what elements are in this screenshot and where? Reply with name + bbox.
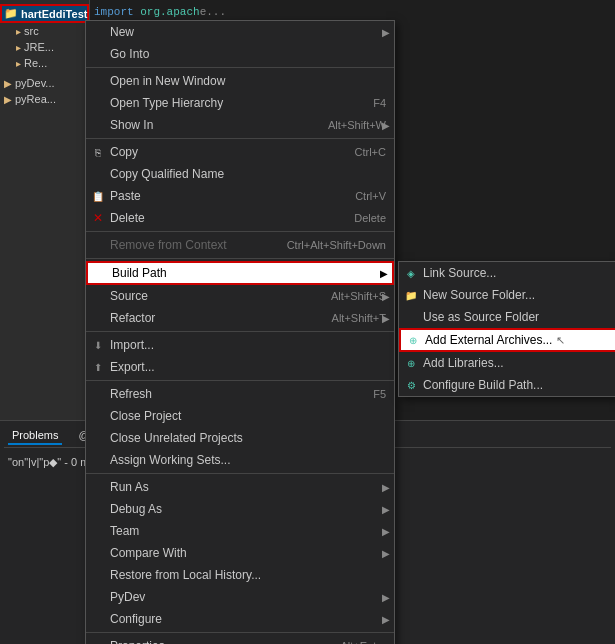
refresh-label: Refresh — [110, 387, 152, 401]
menu-item-remove-from-context[interactable]: Remove from Context Ctrl+Alt+Shift+Down — [86, 234, 394, 256]
tab-problems[interactable]: Problems — [8, 427, 62, 445]
debug-as-label: Debug As — [110, 502, 162, 516]
menu-item-assign-working-sets[interactable]: Assign Working Sets... — [86, 449, 394, 471]
link-source-label: Link Source... — [423, 266, 496, 280]
menu-item-pydev[interactable]: PyDev ▶ — [86, 586, 394, 608]
submenu-item-configure-build-path[interactable]: ⚙ Configure Build Path... — [399, 374, 615, 396]
team-label: Team — [110, 524, 139, 538]
open-type-hierarchy-label: Open Type Hierarchy — [110, 96, 223, 110]
show-in-label: Show In — [110, 118, 153, 132]
menu-item-copy[interactable]: ⎘ Copy Ctrl+C — [86, 141, 394, 163]
import-icon: ⬇ — [90, 337, 106, 353]
submenu-item-use-as-source-folder[interactable]: Use as Source Folder — [399, 306, 615, 328]
menu-item-close-project[interactable]: Close Project — [86, 405, 394, 427]
copy-icon: ⎘ — [90, 144, 106, 160]
project-explorer: 📁 hartEddiTest ▸ src ▸ JRE... ▸ Re... ▶ … — [0, 0, 90, 420]
menu-item-show-in[interactable]: Show In Alt+Shift+W ▶ — [86, 114, 394, 136]
separator-5 — [86, 331, 394, 332]
add-libraries-label: Add Libraries... — [423, 356, 504, 370]
separator-3 — [86, 231, 394, 232]
tree-item-re[interactable]: ▸ Re... — [0, 55, 89, 71]
import-label: Import... — [110, 338, 154, 352]
paste-shortcut: Ctrl+V — [339, 190, 386, 202]
jre-label: JRE... — [24, 41, 54, 53]
delete-label: Delete — [110, 211, 145, 225]
remove-from-context-shortcut: Ctrl+Alt+Shift+Down — [271, 239, 386, 251]
menu-item-copy-qualified[interactable]: Copy Qualified Name — [86, 163, 394, 185]
configure-build-path-icon: ⚙ — [403, 377, 419, 393]
copy-label: Copy — [110, 145, 138, 159]
code-line-1: import org.apache... — [94, 4, 611, 20]
submenu-item-link-source[interactable]: ◈ Link Source... — [399, 262, 615, 284]
separator-4 — [86, 258, 394, 259]
build-path-label: Build Path — [112, 266, 167, 280]
tree-item-pydev[interactable]: ▶ pyDev... — [0, 75, 89, 91]
open-new-window-label: Open in New Window — [110, 74, 225, 88]
separator-7 — [86, 473, 394, 474]
debug-as-arrow-icon: ▶ — [382, 504, 390, 515]
refactor-shortcut: Alt+Shift+T — [316, 312, 386, 324]
tree-item-pyrea[interactable]: ▶ pyRea... — [0, 91, 89, 107]
compare-with-label: Compare With — [110, 546, 187, 560]
configure-label: Configure — [110, 612, 162, 626]
menu-item-configure[interactable]: Configure ▶ — [86, 608, 394, 630]
refactor-label: Refactor — [110, 311, 155, 325]
menu-item-run-as[interactable]: Run As ▶ — [86, 476, 394, 498]
menu-item-refactor[interactable]: Refactor Alt+Shift+T ▶ — [86, 307, 394, 329]
build-path-submenu: ◈ Link Source... 📁 New Source Folder... … — [398, 261, 615, 397]
properties-shortcut: Alt+Enter — [324, 640, 386, 644]
menu-item-debug-as[interactable]: Debug As ▶ — [86, 498, 394, 520]
paste-label: Paste — [110, 189, 141, 203]
copy-shortcut: Ctrl+C — [339, 146, 386, 158]
menu-item-compare-with[interactable]: Compare With ▶ — [86, 542, 394, 564]
close-project-label: Close Project — [110, 409, 181, 423]
menu-item-go-into[interactable]: Go Into — [86, 43, 394, 65]
separator-2 — [86, 138, 394, 139]
export-label: Export... — [110, 360, 155, 374]
src-label: src — [24, 25, 39, 37]
new-label: New — [110, 25, 134, 39]
menu-item-import[interactable]: ⬇ Import... — [86, 334, 394, 356]
restore-from-history-label: Restore from Local History... — [110, 568, 261, 582]
tree-item-jre[interactable]: ▸ JRE... — [0, 39, 89, 55]
menu-item-build-path[interactable]: Build Path ▶ ◈ Link Source... 📁 New Sour… — [86, 261, 394, 285]
tree-item-src[interactable]: ▸ src — [0, 23, 89, 39]
remove-from-context-label: Remove from Context — [110, 238, 227, 252]
menu-item-open-type-hierarchy[interactable]: Open Type Hierarchy F4 — [86, 92, 394, 114]
menu-item-delete[interactable]: ✕ Delete Delete — [86, 207, 394, 229]
run-as-label: Run As — [110, 480, 149, 494]
pydev-icon: ▶ — [4, 78, 12, 89]
export-icon: ⬆ — [90, 359, 106, 375]
delete-shortcut: Delete — [338, 212, 386, 224]
separator-8 — [86, 632, 394, 633]
menu-item-close-unrelated[interactable]: Close Unrelated Projects — [86, 427, 394, 449]
add-libraries-icon: ⊕ — [403, 355, 419, 371]
re-label: Re... — [24, 57, 47, 69]
submenu-item-new-source-folder[interactable]: 📁 New Source Folder... — [399, 284, 615, 306]
source-arrow-icon: ▶ — [382, 291, 390, 302]
submenu-item-add-libraries[interactable]: ⊕ Add Libraries... — [399, 352, 615, 374]
close-unrelated-label: Close Unrelated Projects — [110, 431, 243, 445]
assign-working-sets-label: Assign Working Sets... — [110, 453, 231, 467]
configure-build-path-label: Configure Build Path... — [423, 378, 543, 392]
menu-item-team[interactable]: Team ▶ — [86, 520, 394, 542]
menu-item-restore-from-history[interactable]: Restore from Local History... — [86, 564, 394, 586]
menu-item-refresh[interactable]: Refresh F5 — [86, 383, 394, 405]
pydev-menu-label: PyDev — [110, 590, 145, 604]
new-source-folder-icon: 📁 — [403, 287, 419, 303]
menu-item-paste[interactable]: 📋 Paste Ctrl+V — [86, 185, 394, 207]
menu-item-open-new-window[interactable]: Open in New Window — [86, 70, 394, 92]
show-in-arrow-icon: ▶ — [382, 120, 390, 131]
menu-item-source[interactable]: Source Alt+Shift+S ▶ — [86, 285, 394, 307]
cursor-indicator: ↖ — [556, 334, 565, 347]
submenu-item-add-external-archives[interactable]: ⊕ Add External Archives... ↖ — [399, 328, 615, 352]
project-root-item[interactable]: 📁 hartEddiTest — [0, 4, 89, 23]
jre-icon: ▸ — [16, 42, 21, 53]
use-as-source-folder-label: Use as Source Folder — [423, 310, 539, 324]
menu-item-new[interactable]: New ▶ — [86, 21, 394, 43]
menu-item-export[interactable]: ⬆ Export... — [86, 356, 394, 378]
refactor-arrow-icon: ▶ — [382, 313, 390, 324]
menu-item-properties[interactable]: Properties Alt+Enter — [86, 635, 394, 644]
folder-icon: ▸ — [16, 26, 21, 37]
project-name: hartEddiTest — [21, 8, 87, 20]
